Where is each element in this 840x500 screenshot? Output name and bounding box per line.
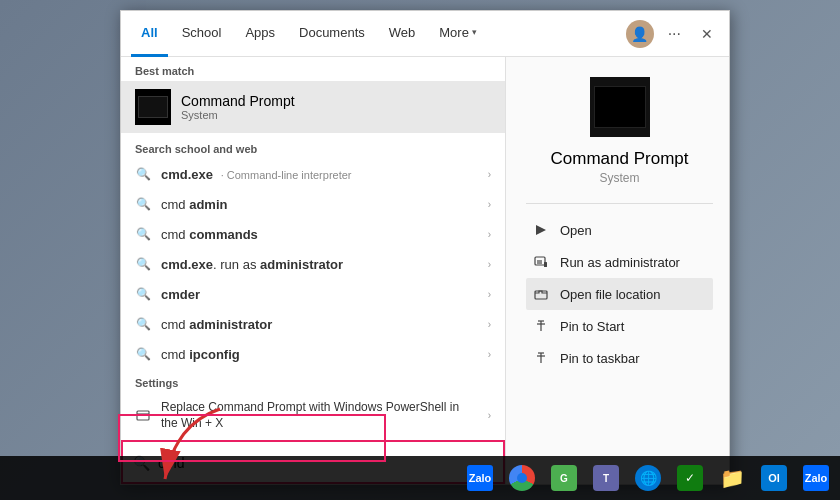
result-text: cmd ipconfig <box>161 347 478 362</box>
cmd-icon-inner <box>138 96 168 118</box>
result-text: cmd commands <box>161 227 478 242</box>
taskbar-item-outlook[interactable]: Ol <box>754 458 794 498</box>
settings-label: Settings <box>121 369 505 393</box>
action-label-open: Open <box>560 223 592 238</box>
result-text: cmd administrator <box>161 317 478 332</box>
chevron-right-icon: › <box>488 259 491 270</box>
search-icon: 🔍 <box>135 226 151 242</box>
best-match-text: Command Prompt System <box>181 93 295 121</box>
tab-school[interactable]: School <box>172 11 232 57</box>
result-bold: cmder <box>161 287 200 302</box>
settings-item[interactable]: Replace Command Prompt with Windows Powe… <box>121 393 505 438</box>
folder-icon: 📁 <box>719 465 745 491</box>
taskbar-item-folder[interactable]: 📁 <box>712 458 752 498</box>
tab-more[interactable]: More ▾ <box>429 11 487 57</box>
chevron-right-icon: › <box>488 410 491 421</box>
check-icon: ✓ <box>677 465 703 491</box>
app-icon <box>590 77 650 137</box>
list-item[interactable]: 🔍 cmd admin › <box>121 189 505 219</box>
search-section-label: Search school and web <box>121 133 505 159</box>
result-subtitle: · Command-line interpreter <box>221 169 352 181</box>
taskbar-item-green[interactable]: G <box>544 458 584 498</box>
result-bold: administrator <box>189 317 272 332</box>
best-match-title: Command Prompt <box>181 93 295 109</box>
action-pin-to-taskbar[interactable]: Pin to taskbar <box>526 342 713 374</box>
search-icon: 🔍 <box>135 346 151 362</box>
action-open-file-location[interactable]: Open file location <box>526 278 713 310</box>
chevron-down-icon: ▾ <box>472 27 477 37</box>
zalo-icon: Zalo <box>467 465 493 491</box>
nav-right: 👤 ··· ✕ <box>626 20 719 48</box>
search-icon: 🔍 <box>135 256 151 272</box>
outlook-icon: Ol <box>761 465 787 491</box>
cmd-icon <box>135 89 171 125</box>
action-open[interactable]: Open <box>526 214 713 246</box>
chevron-right-icon: › <box>488 229 491 240</box>
best-match-subtitle: System <box>181 109 295 121</box>
list-item[interactable]: 🔍 cmd.exe · Command-line interpreter › <box>121 159 505 189</box>
app-title: Command Prompt <box>551 149 689 169</box>
start-menu: All School Apps Documents Web More ▾ 👤 ·… <box>120 10 730 485</box>
left-scroll[interactable]: Best match Command Prompt System Search … <box>121 57 505 440</box>
best-match-item[interactable]: Command Prompt System <box>121 81 505 133</box>
index-warning: Search indexing was turned off. Turn ind… <box>121 438 505 440</box>
close-button[interactable]: ✕ <box>695 22 719 46</box>
action-pin-to-start[interactable]: Pin to Start <box>526 310 713 342</box>
result-bold: ipconfig <box>189 347 240 362</box>
left-panel: Best match Command Prompt System Search … <box>121 57 506 484</box>
list-item[interactable]: 🔍 cmder › <box>121 279 505 309</box>
open-icon <box>532 221 550 239</box>
right-panel: Command Prompt System Open <box>506 57 729 484</box>
search-icon: 🔍 <box>135 316 151 332</box>
svg-rect-0 <box>137 411 149 420</box>
open-location-icon <box>532 285 550 303</box>
chevron-right-icon: › <box>488 199 491 210</box>
list-item[interactable]: 🔍 cmd commands › <box>121 219 505 249</box>
avatar[interactable]: 👤 <box>626 20 654 48</box>
action-label-open-location: Open file location <box>560 287 660 302</box>
taskbar-item-zalo1[interactable]: Zalo <box>460 458 500 498</box>
desktop: All School Apps Documents Web More ▾ 👤 ·… <box>0 0 840 500</box>
svg-rect-7 <box>535 291 547 299</box>
app-subtitle: System <box>599 171 639 185</box>
settings-icon <box>135 408 151 424</box>
result-text: cmder <box>161 287 478 302</box>
tab-apps[interactable]: Apps <box>235 11 285 57</box>
action-run-as-admin[interactable]: Run as administrator <box>526 246 713 278</box>
taskbar-item-teams[interactable]: T <box>586 458 626 498</box>
taskbar-item-chrome[interactable] <box>502 458 542 498</box>
result-bold2: administrator <box>260 257 343 272</box>
result-bold: admin <box>189 197 227 212</box>
taskbar-item-globe[interactable]: 🌐 <box>628 458 668 498</box>
list-item[interactable]: 🔍 cmd ipconfig › <box>121 339 505 369</box>
result-bold: cmd.exe <box>161 167 213 182</box>
teams-icon: T <box>593 465 619 491</box>
tab-web[interactable]: Web <box>379 11 426 57</box>
zalo2-icon: Zalo <box>803 465 829 491</box>
action-label-run-as-admin: Run as administrator <box>560 255 680 270</box>
result-text: cmd.exe. run as administrator <box>161 257 478 272</box>
chevron-right-icon: › <box>488 169 491 180</box>
taskbar-item-zalo2[interactable]: Zalo <box>796 458 836 498</box>
globe-icon: 🌐 <box>635 465 661 491</box>
more-options-button[interactable]: ··· <box>662 21 687 47</box>
green-app-icon: G <box>551 465 577 491</box>
chevron-right-icon: › <box>488 349 491 360</box>
result-bold: cmd.exe <box>161 257 213 272</box>
divider <box>526 203 713 204</box>
list-item[interactable]: 🔍 cmd administrator › <box>121 309 505 339</box>
run-as-admin-icon <box>532 253 550 271</box>
search-icon: 🔍 <box>135 286 151 302</box>
tab-documents[interactable]: Documents <box>289 11 375 57</box>
nav-tabs: All School Apps Documents Web More ▾ <box>131 11 626 57</box>
best-match-label: Best match <box>121 57 505 81</box>
action-label-pin-taskbar: Pin to taskbar <box>560 351 640 366</box>
tab-all[interactable]: All <box>131 11 168 57</box>
chrome-icon <box>509 465 535 491</box>
search-icon: 🔍 <box>135 166 151 182</box>
list-item[interactable]: 🔍 cmd.exe. run as administrator › <box>121 249 505 279</box>
app-icon-inner <box>594 86 646 128</box>
taskbar-item-check[interactable]: ✓ <box>670 458 710 498</box>
pin-start-icon <box>532 317 550 335</box>
result-bold: commands <box>189 227 258 242</box>
